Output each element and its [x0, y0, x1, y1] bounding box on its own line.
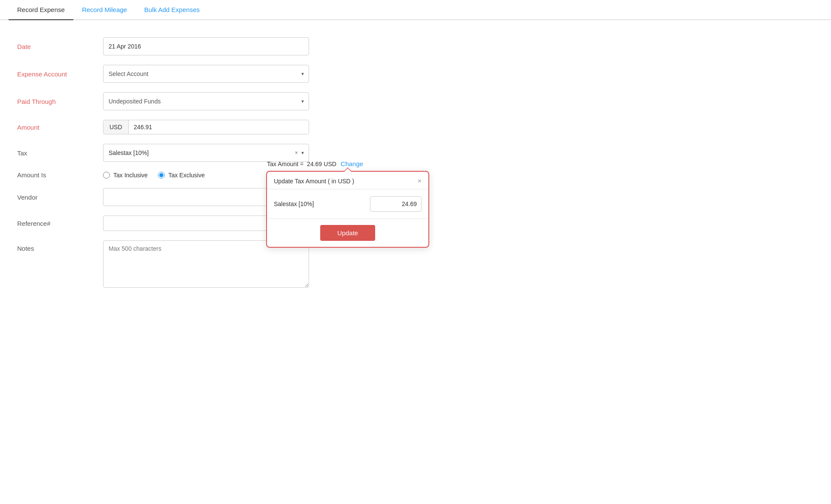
tax-change-link[interactable]: Change [341, 160, 364, 167]
paid-through-label: Paid Through [17, 98, 103, 105]
expense-account-label: Expense Account [17, 70, 103, 78]
tax-popup-amount-input[interactable] [370, 196, 422, 212]
tax-popup-footer: Update [267, 219, 428, 247]
expense-account-select[interactable]: Select Account [103, 65, 309, 83]
amount-row: Amount USD [17, 120, 369, 134]
tax-exclusive-radio[interactable] [158, 172, 165, 179]
paid-through-select-wrapper: Undeposited Funds ▾ [103, 92, 309, 110]
tax-exclusive-option[interactable]: Tax Exclusive [158, 172, 205, 179]
tabs-bar: Record Expense Record Mileage Bulk Add E… [0, 0, 831, 20]
tab-record-expense[interactable]: Record Expense [9, 0, 73, 20]
amount-is-label: Amount Is [17, 171, 103, 179]
tax-popup-tax-label: Salestax [10%] [274, 200, 363, 207]
tax-exclusive-label: Tax Exclusive [168, 172, 205, 179]
paid-through-row: Paid Through Undeposited Funds ▾ [17, 92, 369, 110]
amount-input[interactable] [129, 120, 309, 134]
date-label: Date [17, 43, 103, 50]
tab-bulk-add-expenses[interactable]: Bulk Add Expenses [136, 0, 208, 20]
tab-record-mileage[interactable]: Record Mileage [73, 0, 136, 20]
main-content: Date Expense Account Select Account ▾ Pa… [0, 33, 386, 301]
tax-amount-text: Tax Amount = 24.69 USD [267, 161, 337, 167]
tax-inclusive-option[interactable]: Tax Inclusive [103, 172, 148, 179]
tax-popup-body: Salestax [10%] [267, 189, 428, 219]
notes-label: Notes [17, 240, 103, 252]
date-row: Date [17, 37, 369, 55]
amount-label: Amount [17, 124, 103, 131]
tax-panel: Tax Amount = 24.69 USD Change Update Tax… [266, 158, 429, 248]
tax-popup-close-button[interactable]: × [418, 178, 422, 185]
tax-popup-header: Update Tax Amount ( in USD ) × [267, 172, 428, 189]
amount-currency-label: USD [103, 120, 129, 134]
expense-account-select-wrapper: Select Account ▾ [103, 65, 309, 83]
amount-wrapper: USD [103, 120, 309, 134]
tax-clear-icon[interactable]: × [295, 150, 298, 156]
tax-inclusive-radio[interactable] [103, 172, 110, 179]
tax-popup-arrow-inner [344, 168, 352, 172]
reference-label: Reference# [17, 220, 103, 227]
expense-account-row: Expense Account Select Account ▾ [17, 65, 369, 83]
tax-popup-title: Update Tax Amount ( in USD ) [274, 178, 354, 185]
tax-inclusive-label: Tax Inclusive [113, 172, 148, 179]
tax-popup: Update Tax Amount ( in USD ) × Salestax … [266, 171, 429, 248]
update-button[interactable]: Update [320, 225, 375, 241]
vendor-label: Vendor [17, 194, 103, 201]
date-input[interactable] [103, 37, 309, 55]
paid-through-select[interactable]: Undeposited Funds [103, 92, 309, 110]
tax-label: Tax [17, 149, 103, 157]
